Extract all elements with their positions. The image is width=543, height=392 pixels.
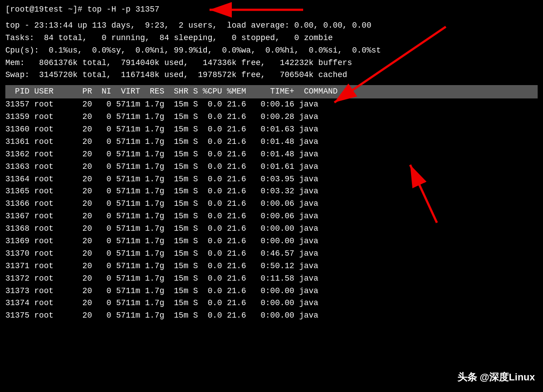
table-row: 31371 root 20 0 5711m 1.7g 15m S 0.0 21.… — [5, 260, 538, 273]
table-row: 31363 root 20 0 5711m 1.7g 15m S 0.0 21.… — [5, 161, 538, 173]
table-row: 31361 root 20 0 5711m 1.7g 15m S 0.0 21.… — [5, 136, 538, 148]
info-line-3: Mem: 8061376k total, 7914040k used, 1473… — [5, 57, 538, 69]
watermark: 头条 @深度Linux — [457, 371, 535, 384]
table-row: 31359 root 20 0 5711m 1.7g 15m S 0.0 21.… — [5, 111, 538, 123]
table-row: 31373 root 20 0 5711m 1.7g 15m S 0.0 21.… — [5, 285, 538, 298]
table-header: PID USER PR NI VIRT RES SHR S %CPU %MEM … — [5, 85, 538, 98]
prompt-line: [root@19test ~]# top -H -p 31357 — [5, 4, 538, 16]
table-row: 31357 root 20 0 5711m 1.7g 15m S 0.0 21.… — [5, 98, 538, 111]
table-row: 31370 root 20 0 5711m 1.7g 15m S 0.0 21.… — [5, 248, 538, 260]
table-row: 31367 root 20 0 5711m 1.7g 15m S 0.0 21.… — [5, 210, 538, 223]
process-table: PID USER PR NI VIRT RES SHR S %CPU %MEM … — [5, 85, 538, 322]
table-row: 31375 root 20 0 5711m 1.7g 15m S 0.0 21.… — [5, 310, 538, 322]
table-row: 31366 root 20 0 5711m 1.7g 15m S 0.0 21.… — [5, 198, 538, 210]
table-row: 31369 root 20 0 5711m 1.7g 15m S 0.0 21.… — [5, 235, 538, 248]
table-row: 31372 root 20 0 5711m 1.7g 15m S 0.0 21.… — [5, 273, 538, 285]
system-info: top - 23:13:44 up 113 days, 9:23, 2 user… — [5, 20, 538, 82]
table-row: 31362 root 20 0 5711m 1.7g 15m S 0.0 21.… — [5, 148, 538, 161]
info-line-0: top - 23:13:44 up 113 days, 9:23, 2 user… — [5, 20, 538, 32]
header-section: [root@19test ~]# top -H -p 31357 — [5, 4, 538, 16]
table-row: 31364 root 20 0 5711m 1.7g 15m S 0.0 21.… — [5, 173, 538, 186]
table-row: 31365 root 20 0 5711m 1.7g 15m S 0.0 21.… — [5, 185, 538, 198]
table-row: 31368 root 20 0 5711m 1.7g 15m S 0.0 21.… — [5, 223, 538, 235]
info-line-4: Swap: 3145720k total, 1167148k used, 197… — [5, 69, 538, 82]
table-row: 31374 root 20 0 5711m 1.7g 15m S 0.0 21.… — [5, 297, 538, 310]
table-row: 31360 root 20 0 5711m 1.7g 15m S 0.0 21.… — [5, 123, 538, 136]
info-line-2: Cpu(s): 0.1%us, 0.0%sy, 0.0%ni, 99.9%id,… — [5, 45, 538, 57]
info-line-1: Tasks: 84 total, 0 running, 84 sleeping,… — [5, 32, 538, 45]
terminal-window: [root@19test ~]# top -H -p 31357 top - 2… — [0, 0, 543, 326]
